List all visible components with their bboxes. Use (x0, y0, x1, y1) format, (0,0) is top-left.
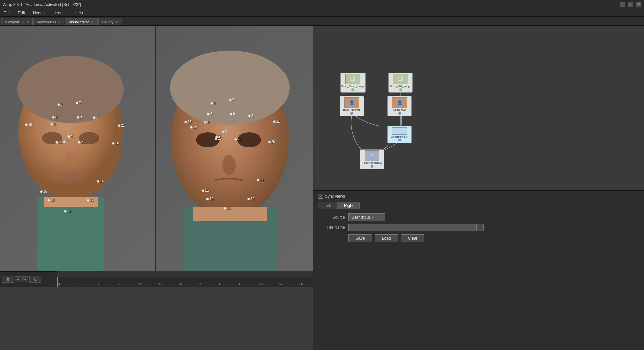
node-select-points04[interactable]: ✛ SelectPoints04 (387, 126, 412, 143)
node-icon-scan-002: 👤 (392, 97, 407, 108)
dropdown-arrow-icon: ▼ (371, 216, 375, 219)
viewport-right[interactable]: 0 4 5 6 7 (156, 26, 313, 271)
right-panel: 🖼 Base_Mesh_Image 🖼 Scan_002_Image 👤 Bas… (313, 26, 644, 350)
landmark-21-left: 21 (118, 124, 125, 127)
node-base-mesh-image[interactable]: 🖼 Base_Mesh_Image (340, 73, 366, 93)
tab-viewport2d[interactable]: Viewport2D ✕ (33, 18, 65, 25)
landmark-5-left: 5 (63, 140, 68, 143)
landmark-6-right: 6 (210, 101, 216, 105)
landmark-3-left: 3 (93, 116, 98, 119)
landmark-7-right: 7 (229, 98, 234, 102)
timeline: − + 0 5 10 15 20 25 30 35 40 (0, 271, 313, 287)
file-browse-button[interactable]: ⋯ (476, 224, 484, 231)
tab-visual-editor-close[interactable]: ✕ (91, 20, 94, 24)
source-label: Source (318, 215, 345, 220)
filename-row: File Name ⋯ (318, 224, 639, 231)
sync-views-check: ✓ (319, 194, 322, 199)
node-label-rigid-alignment02: RigidAlignment02 (362, 161, 383, 164)
node-icon-select-points04: ✛ (392, 127, 407, 135)
tab-gallery[interactable]: Gallery ✕ (98, 18, 122, 25)
node-rigid-alignment02[interactable]: ⊕ RigidAlignment02 (360, 149, 384, 169)
tab-viewport2d-close[interactable]: ✕ (58, 20, 61, 24)
tab-viewport3d-close[interactable]: ✕ (26, 20, 29, 24)
viewport-left[interactable]: 0 4 5 6 (0, 26, 156, 271)
timeline-track (57, 271, 313, 277)
landmark-10-left: 10 (47, 198, 54, 202)
tab-viewport3d[interactable]: Viewport3D ✕ (1, 18, 33, 25)
node-port-bottom (351, 88, 354, 91)
ruler-numbers: 0 5 10 15 20 25 30 35 40 45 50 55 60 (57, 277, 313, 287)
node-label-scan-002-image: Scan_002_Image (390, 85, 411, 88)
controls-area: ✓ Sync views Left Right Source User inpu… (313, 190, 644, 350)
landmark-15-right: 15 (202, 189, 209, 192)
node-port-bottom2 (399, 88, 402, 91)
menu-bar: File Edit Nodes License Help (0, 9, 644, 17)
filename-label: File Name (318, 225, 345, 230)
tab-right[interactable]: Right (338, 202, 360, 209)
landmark-7-left: 7 (76, 101, 81, 105)
node-icon-base-mesh-image: 🖼 (345, 74, 360, 84)
node-scan-002-image[interactable]: 🖼 Scan_002_Image (388, 73, 413, 93)
node-graph[interactable]: 🖼 Base_Mesh_Image 🖼 Scan_002_Image 👤 Bas… (313, 26, 644, 190)
title-bar: Wrap 3.3.12 Academia Activated [Set_023*… (0, 0, 644, 9)
landmark-26-right: 26 (234, 137, 241, 141)
landmark-19-right: 19 (190, 125, 197, 129)
landmark-4-right: 4 (222, 130, 227, 133)
close-button[interactable]: ✕ (636, 2, 641, 7)
source-dropdown-value: User input (351, 215, 370, 220)
menu-license[interactable]: License (51, 11, 69, 15)
node-port-bottom4 (398, 112, 401, 115)
landmark-8-left: 8 (52, 115, 58, 119)
landmark-14-left: 14 (97, 179, 104, 183)
node-label-base-mesh-image: Base_Mesh_Image (341, 85, 365, 88)
landmark-18-right: 18 (184, 120, 191, 124)
landmark-25-right: 25 (215, 137, 222, 140)
restore-button[interactable]: □ (628, 2, 633, 7)
menu-help[interactable]: Help (73, 11, 85, 15)
tab-bar: Viewport3D ✕ Viewport2D ✕ Visual editor … (0, 17, 644, 26)
landmark-10-right: 10 (206, 197, 213, 201)
timeline-minus-btn[interactable]: − (15, 276, 21, 282)
timeline-end-input[interactable] (29, 276, 41, 283)
filename-input[interactable] (348, 224, 476, 231)
timeline-ruler[interactable]: 0 5 10 15 20 25 30 35 40 45 50 55 60 (57, 271, 313, 287)
tab-gallery-close[interactable]: ✕ (116, 20, 118, 24)
timeline-plus-btn[interactable]: + (22, 276, 28, 282)
save-button[interactable]: Save (348, 234, 372, 242)
landmark-26-left: 26 (78, 140, 85, 144)
clear-button[interactable]: Clear (401, 234, 424, 242)
load-button[interactable]: Load (375, 234, 398, 242)
node-base-mesh01[interactable]: 👤 Base_Mesh01 (340, 96, 364, 116)
sync-views-label: Sync views (325, 194, 345, 199)
main-layout: 0 4 5 6 (0, 26, 644, 350)
landmark-20-right: 20 (268, 140, 275, 144)
landmark-3-right: 3 (248, 114, 253, 118)
node-icon-rigid-alignment02: ⊕ (365, 150, 379, 161)
minimize-button[interactable]: ─ (620, 2, 625, 7)
menu-file[interactable]: File (1, 11, 12, 15)
source-dropdown[interactable]: User input ▼ (348, 213, 385, 221)
title-text: Wrap 3.3.12 Academia Activated [Set_023*… (3, 2, 81, 7)
node-port-bottom5 (398, 139, 401, 141)
timeline-controls: − + (0, 276, 57, 283)
window-controls: ─ □ ✕ (620, 2, 641, 7)
node-scan-002[interactable]: 👤 Scan_002 (387, 96, 412, 116)
landmark-11-right: 11 (224, 206, 231, 210)
menu-edit[interactable]: Edit (16, 11, 27, 15)
node-icon-scan-002-image: 🖼 (393, 74, 408, 84)
tab-left[interactable]: Left (318, 202, 338, 209)
node-label-scan-002: Scan_002 (393, 108, 406, 111)
timeline-start-input[interactable] (2, 276, 14, 283)
landmarks-right: 0 4 5 6 7 (156, 26, 313, 271)
sync-views-checkbox[interactable]: ✓ (318, 194, 323, 199)
landmark-9-right: 9 (230, 112, 235, 116)
node-port-bottom3 (350, 112, 353, 115)
landmark-6-left: 6 (57, 103, 63, 106)
menu-nodes[interactable]: Nodes (31, 11, 47, 15)
tab-visual-editor[interactable]: Visual editor ✕ (65, 18, 97, 25)
node-label-base-mesh01: Base_Mesh01 (343, 108, 360, 111)
landmark-9-left: 9 (77, 115, 82, 119)
sync-views-row: ✓ Sync views (318, 194, 639, 199)
landmark-8-right: 8 (207, 112, 212, 116)
landmark-11-left: 11 (64, 209, 71, 213)
